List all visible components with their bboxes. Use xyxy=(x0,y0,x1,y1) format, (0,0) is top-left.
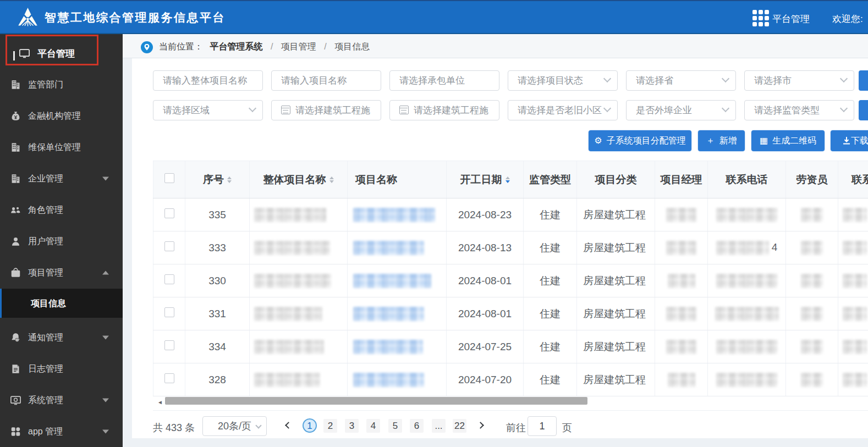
svg-text:!: ! xyxy=(17,338,17,341)
